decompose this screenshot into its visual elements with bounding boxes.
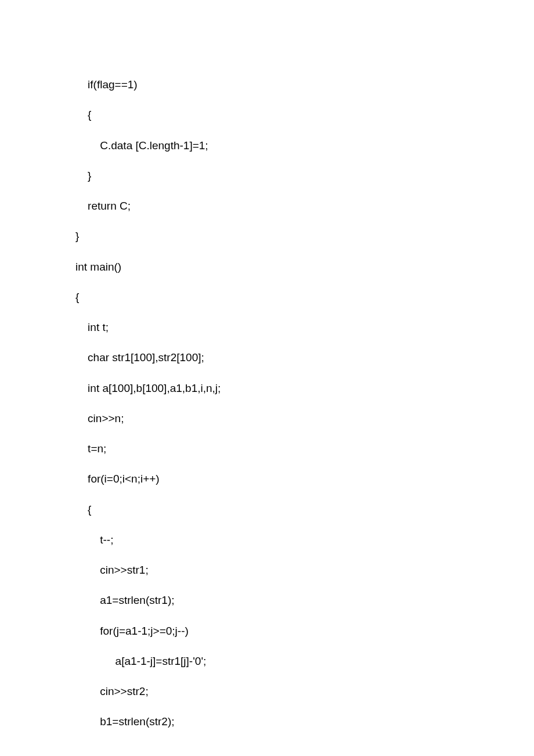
- code-line: }: [75, 221, 459, 251]
- code-line: a1=strlen(str1);: [75, 585, 459, 615]
- code-line: t=n;: [75, 434, 459, 464]
- code-line: for(j=a1-1;j>=0;j--): [75, 616, 459, 646]
- code-line: return C;: [75, 191, 459, 221]
- code-line: cin>>n;: [75, 404, 459, 434]
- code-line: int a[100],b[100],a1,b1,i,n,j;: [75, 373, 459, 404]
- code-line: {: [75, 282, 459, 312]
- page-content: if(flag==1) { C.data [C.length-1]=1; } r…: [0, 0, 534, 756]
- code-line: {: [75, 495, 459, 525]
- code-line: for(i=0;i<n;i++): [75, 464, 459, 494]
- code-line: cin>>str2;: [75, 676, 459, 707]
- code-line: int t;: [75, 312, 459, 343]
- code-line: t--;: [75, 525, 459, 555]
- code-line: b1=strlen(str2);: [75, 707, 459, 737]
- code-line: char str1[100],str2[100];: [75, 343, 459, 373]
- code-line: if(flag==1): [75, 70, 459, 100]
- code-line: a[a1-1-j]=str1[j]-'0';: [75, 646, 459, 676]
- code-line: cin>>str1;: [75, 555, 459, 585]
- code-line: }: [75, 161, 459, 191]
- code-line: C.data [C.length-1]=1;: [75, 131, 459, 161]
- code-line: int main(): [75, 252, 459, 282]
- code-line: {: [75, 100, 459, 130]
